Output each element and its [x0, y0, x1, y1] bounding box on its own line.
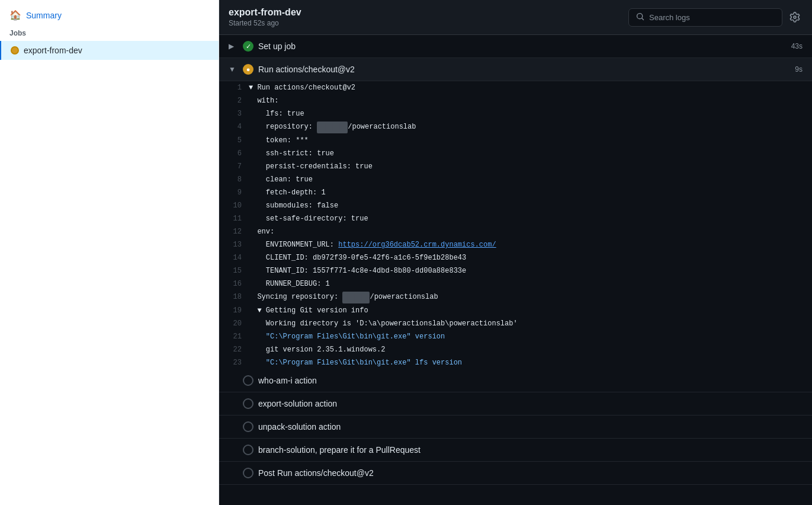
step-row-checkout[interactable]: ▼ ● Run actions/checkout@v2 9s: [219, 58, 812, 81]
step-row-unpack-solution[interactable]: unpack-solution action: [219, 415, 812, 439]
step-status-icon-setup-job: ✓: [243, 41, 253, 52]
log-line-6: 6 ssh-strict: true: [219, 147, 812, 160]
step-duration-setup-job: 43s: [791, 42, 803, 50]
log-line-4: 4 repository: ████████/poweractionslab: [219, 120, 812, 134]
step-label-branch-solution: branch-solution, prepare it for a PullRe…: [258, 445, 803, 455]
step-status-icon-branch-solution: [243, 445, 253, 455]
sidebar-summary-label: Summary: [26, 11, 62, 20]
search-logs-box[interactable]: Search logs: [628, 8, 782, 27]
step-chevron-setup-job: ▶: [229, 42, 238, 50]
job-title: export-from-dev: [229, 7, 301, 18]
log-line-23: 23 "C:\Program Files\Git\bin\git.exe" lf…: [219, 356, 812, 369]
step-status-icon-checkout: ●: [243, 64, 253, 75]
log-line-3: 3 lfs: true: [219, 107, 812, 120]
step-row-branch-solution[interactable]: branch-solution, prepare it for a PullRe…: [219, 439, 812, 462]
step-row-post-checkout[interactable]: Post Run actions/checkout@v2: [219, 462, 812, 485]
log-line-19: 19 ▼ Getting Git version info: [219, 304, 812, 317]
step-status-icon-unpack-solution: [243, 421, 253, 432]
search-logs-placeholder: Search logs: [649, 13, 690, 22]
job-status-running-icon: [11, 46, 19, 55]
step-duration-checkout: 9s: [795, 65, 803, 73]
log-line-12: 12 env:: [219, 225, 812, 238]
log-line-9: 9 fetch-depth: 1: [219, 186, 812, 199]
sidebar: 🏠 Summary Jobs export-from-dev: [0, 0, 219, 505]
header-actions: Search logs: [628, 8, 803, 27]
step-label-who-am-i: who-am-i action: [258, 376, 803, 385]
job-subtitle: Started 52s ago: [229, 19, 301, 27]
step-status-icon-post-checkout: [243, 468, 253, 478]
sidebar-summary-link[interactable]: 🏠 Summary: [0, 5, 219, 25]
log-line-1: 1 ▼ Run actions/checkout@v2: [219, 81, 812, 94]
log-line-13: 13 ENVIRONMENT_URL: https://org36dcab52.…: [219, 238, 812, 251]
step-label-setup-job: Set up job: [258, 41, 787, 51]
settings-button[interactable]: [787, 9, 803, 25]
log-line-15: 15 TENANT_ID: 1557f771-4c8e-4dbd-8b80-dd…: [219, 264, 812, 277]
job-header: export-from-dev Started 52s ago Search l…: [219, 0, 812, 35]
step-label-post-checkout: Post Run actions/checkout@v2: [258, 468, 803, 478]
log-line-5: 5 token: ***: [219, 134, 812, 147]
step-row-who-am-i[interactable]: who-am-i action: [219, 369, 812, 392]
step-chevron-checkout: ▼: [229, 65, 238, 73]
step-status-icon-who-am-i: [243, 375, 253, 386]
log-line-7: 7 persist-credentials: true: [219, 160, 812, 173]
log-line-2: 2 with:: [219, 94, 812, 107]
step-label-export-solution: export-solution action: [258, 399, 803, 408]
step-row-export-solution[interactable]: export-solution action: [219, 392, 812, 415]
log-line-11: 11 set-safe-directory: true: [219, 212, 812, 225]
jobs-section-label: Jobs: [0, 25, 219, 41]
log-line-21: 21 "C:\Program Files\Git\bin\git.exe" ve…: [219, 330, 812, 343]
search-icon: [636, 12, 644, 23]
step-label-unpack-solution: unpack-solution action: [258, 422, 803, 432]
log-line-20: 20 Working directory is 'D:\a\poweractio…: [219, 317, 812, 330]
log-line-10: 10 submodules: false: [219, 199, 812, 212]
log-line-22: 22 git version 2.35.1.windows.2: [219, 343, 812, 356]
home-icon: 🏠: [9, 9, 21, 21]
job-title-area: export-from-dev Started 52s ago: [229, 7, 301, 27]
log-line-14: 14 CLIENT_ID: db972f39-0fe5-42f6-a1c6-5f…: [219, 251, 812, 264]
step-row-setup-job[interactable]: ▶ ✓ Set up job 43s: [219, 35, 812, 58]
step-label-checkout: Run actions/checkout@v2: [258, 65, 790, 74]
steps-container: ▶ ✓ Set up job 43s ▼ ● Run actions/check…: [219, 35, 812, 505]
main-content: export-from-dev Started 52s ago Search l…: [219, 0, 812, 505]
log-line-18: 18 Syncing repository: ███████/poweracti…: [219, 290, 812, 304]
sidebar-job-name: export-from-dev: [24, 46, 82, 55]
log-line-16: 16 RUNNER_DEBUG: 1: [219, 277, 812, 290]
log-output-area: 1 ▼ Run actions/checkout@v2 2 with: 3 lf…: [219, 81, 812, 369]
sidebar-item-export-from-dev[interactable]: export-from-dev: [0, 41, 219, 60]
step-status-icon-export-solution: [243, 398, 253, 409]
log-line-8: 8 clean: true: [219, 173, 812, 186]
